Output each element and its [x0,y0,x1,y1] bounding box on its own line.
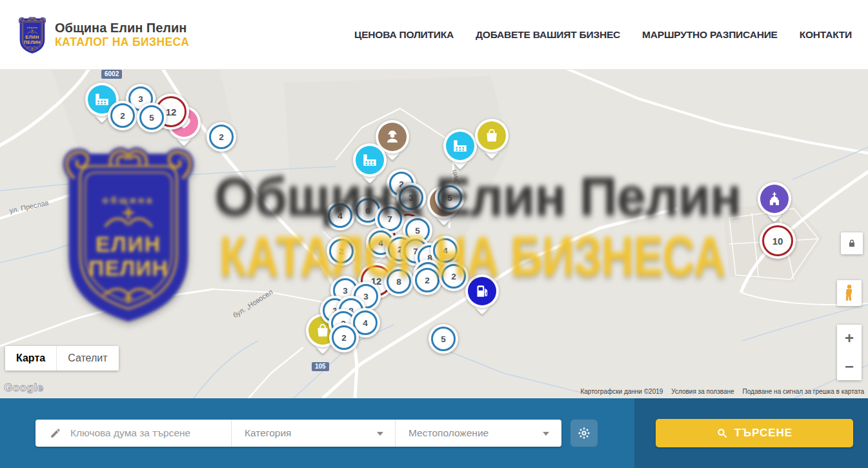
nav-item-1[interactable]: ЦЕНОВА ПОЛИТИКА [354,29,454,41]
cluster-marker[interactable]: 2 [412,265,442,295]
cluster-count: 7 [387,214,392,224]
chevron-down-icon [377,432,383,436]
cluster-marker[interactable]: 2 [108,101,137,130]
lock-icon [847,238,857,249]
cluster-marker[interactable]: 2 [327,236,356,266]
cluster-count: 10 [772,236,783,247]
poi-marker-church[interactable] [758,182,791,216]
road-shield-label: 105 [312,362,329,371]
poi-marker-factory[interactable] [353,143,387,177]
cluster-count: 3 [138,94,143,104]
google-logo[interactable]: Google [4,382,44,394]
location-select[interactable]: Местоположение [396,420,561,447]
cluster-count: 2 [339,247,344,256]
cluster-marker[interactable]: 2 [329,323,359,352]
zoom-out-button[interactable]: − [837,352,862,380]
cluster-count: 4 [363,318,368,328]
cluster-count: 3 [343,286,348,296]
poi-marker-shopping-bag[interactable] [475,119,509,152]
cluster-ring: 2 [441,264,466,289]
cluster-marker[interactable]: 5 [429,324,458,354]
shopping-bag-icon [478,121,506,150]
cluster-count: 8 [396,277,401,287]
cluster-marker[interactable]: 4 [325,201,355,230]
cluster-count: 4 [338,211,343,221]
cluster-count: 12 [166,107,177,117]
category-select-value: Категория [245,427,291,439]
cluster-marker[interactable]: 2 [439,261,469,291]
cluster-count: 5 [441,334,446,344]
keyword-field [35,427,231,440]
terms-link[interactable]: Условия за ползване [671,388,734,395]
search-form: Категория Местоположение [35,420,561,447]
cluster-count: 6 [365,206,370,216]
municipality-emblem-icon [16,15,48,55]
map-type-satellite-button[interactable]: Сателит [56,346,118,371]
cluster-ring: 3 [399,185,423,210]
poi-marker-factory[interactable] [443,129,477,163]
nav-item-3[interactable]: МАРШРУТНО РАЗПИСАНИЕ [642,29,778,41]
cluster-marker[interactable]: 10 [760,223,796,259]
map-data-copyright: Картографски данни ©2019 [580,388,663,395]
category-select[interactable]: Категория [232,420,395,447]
church-icon [760,185,789,213]
cluster-marker[interactable]: 2 [207,122,236,152]
cluster-marker[interactable]: 8 [384,267,414,296]
nav-item-2[interactable]: ДОБАВЕТЕ ВАШИЯТ БИЗНЕС [476,29,620,41]
cluster-ring: 2 [110,103,135,128]
cluster-ring: 2 [329,239,354,263]
chevron-down-icon [543,432,549,436]
search-panel: Категория Местоположение ТЪРСЕНЕ [0,398,868,468]
pencil-icon [50,427,61,439]
gear-icon [577,426,591,440]
factory-icon [446,132,474,160]
advanced-options-button[interactable] [570,420,598,447]
street-view-pegman[interactable] [837,280,862,306]
zoom-in-button[interactable]: + [837,325,862,352]
cluster-marker[interactable]: 3 [396,183,426,212]
cluster-count: 2 [451,272,456,281]
factory-icon [356,146,384,174]
search-button-label: ТЪРСЕНЕ [734,427,792,440]
main-nav: ЦЕНОВА ПОЛИТИКАДОБАВЕТЕ ВАШИЯТ БИЗНЕСМАР… [354,29,852,41]
zoom-control: + − [837,325,862,380]
lock-control[interactable] [841,232,863,254]
map-canvas[interactable]: ул. Преславбул. „Новоселции" 6002105 121… [0,70,868,398]
cluster-marker[interactable]: 5 [435,183,465,212]
logo-subtitle: КАТАЛОГ НА БИЗНЕСА [55,36,189,49]
cluster-marker[interactable]: 5 [137,103,167,132]
cluster-ring: 2 [209,125,234,149]
cluster-ring: 10 [762,225,793,256]
map-type-control: Карта Сателит [5,346,119,371]
cluster-count: 2 [341,333,347,343]
report-error-link[interactable]: Подаване на сигнал за грешка в картата [743,388,864,395]
road-shield-label: 6002 [101,70,122,79]
site-logo[interactable]: Община Елин Пелин КАТАЛОГ НА БИЗНЕСА [16,15,189,55]
cluster-count: 3 [409,193,414,203]
search-icon [716,427,728,439]
cluster-ring: 4 [328,203,352,228]
cluster-ring: 8 [387,269,411,294]
cluster-ring: 2 [415,268,439,292]
screen: Община Елин Пелин КАТАЛОГ НА БИЗНЕСА ЦЕН… [0,0,868,468]
pegman-icon [841,283,858,303]
cluster-ring: 4 [433,238,458,263]
location-select-value: Местоположение [409,427,489,439]
cluster-ring: 2 [332,325,356,350]
logo-text: Община Елин Пелин КАТАЛОГ НА БИЗНЕСА [55,21,189,49]
cluster-count: 2 [120,111,125,121]
map-attribution: Картографски данни ©2019Условия за ползв… [580,388,864,395]
cluster-count: 3 [363,292,368,301]
search-button[interactable]: ТЪРСЕНЕ [656,419,853,447]
nav-item-4[interactable]: КОНТАКТИ [800,29,852,41]
logo-title: Община Елин Пелин [55,21,189,36]
cluster-count: 5 [415,226,420,236]
map-type-map-button[interactable]: Карта [5,346,56,371]
cluster-count: 4 [443,246,448,256]
keyword-input[interactable] [69,427,224,440]
cluster-count: 5 [149,113,154,123]
poi-marker-fuel[interactable] [465,274,499,308]
cluster-ring: 5 [431,327,456,351]
header: Община Елин Пелин КАТАЛОГ НА БИЗНЕСА ЦЕН… [0,0,868,70]
cluster-count: 5 [447,193,452,203]
